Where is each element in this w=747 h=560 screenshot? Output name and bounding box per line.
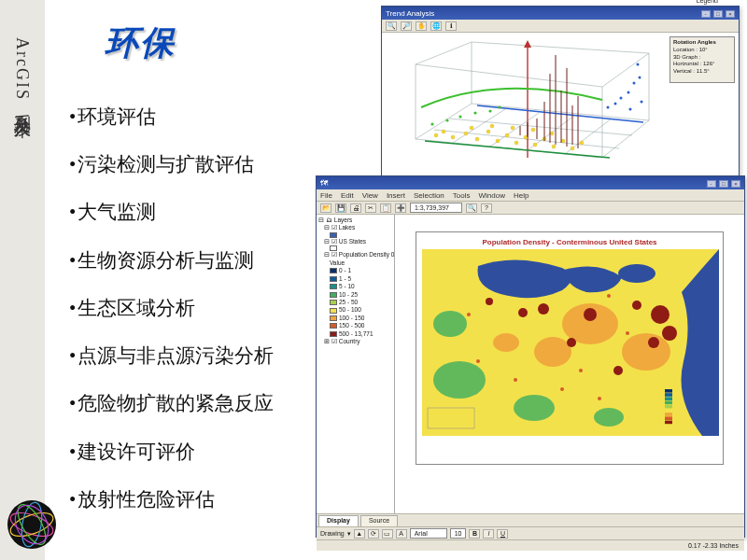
arcmap-titlebar[interactable]: 🗺 - □ × bbox=[317, 176, 744, 189]
underline-icon[interactable]: U bbox=[497, 529, 508, 539]
menu-tools[interactable]: Tools bbox=[453, 191, 471, 200]
toc-class-row[interactable]: 100 - 150 bbox=[318, 315, 392, 322]
toc-class-row[interactable]: 0 - 1 bbox=[318, 267, 392, 274]
bullet-item: 环境评估 bbox=[69, 93, 274, 141]
svg-point-85 bbox=[613, 366, 623, 375]
svg-point-65 bbox=[488, 109, 491, 112]
menu-window[interactable]: Window bbox=[479, 191, 505, 200]
bullet-item: 大气监测 bbox=[69, 189, 274, 236]
svg-point-66 bbox=[430, 122, 433, 125]
svg-rect-97 bbox=[665, 393, 672, 397]
svg-point-79 bbox=[662, 326, 677, 341]
svg-marker-11 bbox=[416, 42, 649, 87]
menu-help[interactable]: Help bbox=[514, 191, 529, 200]
svg-point-83 bbox=[518, 308, 528, 317]
close-button[interactable]: × bbox=[726, 10, 735, 18]
toc-class-row[interactable]: 500 - 13,771 bbox=[318, 330, 392, 338]
pan-icon[interactable]: ✋ bbox=[416, 21, 427, 31]
fontsize-select[interactable]: 10 bbox=[450, 528, 467, 539]
minimize-button[interactable]: - bbox=[701, 10, 711, 18]
info-icon[interactable]: ℹ bbox=[445, 21, 457, 31]
tab-display[interactable]: Display bbox=[318, 515, 359, 526]
save-icon[interactable]: 💾 bbox=[335, 203, 346, 213]
svg-point-47 bbox=[511, 126, 514, 130]
table-of-contents[interactable]: ⊟ 🗂 Layers ⊟ ☑ Lakes ⊟ ☑ US States ⊟ ☑ P… bbox=[317, 215, 395, 513]
toc-layer-country[interactable]: ⊞ ☑ Country bbox=[318, 338, 392, 345]
svg-point-48 bbox=[531, 128, 535, 132]
svg-point-62 bbox=[445, 119, 448, 121]
maximize-button[interactable]: □ bbox=[713, 10, 723, 18]
map-canvas[interactable]: Population Density - Conterminous United… bbox=[395, 215, 744, 513]
minimize-button[interactable]: - bbox=[707, 180, 716, 188]
sidebar: ArcGIS系列及技术 bbox=[0, 0, 45, 560]
swatch bbox=[330, 276, 337, 282]
maximize-button[interactable]: □ bbox=[719, 180, 728, 188]
arcmap-toolbar: 📂 💾 🖨 ✂ 📋 ➕ 1:3,739,397 🔍 ? bbox=[317, 202, 744, 215]
swatch bbox=[330, 268, 337, 273]
menu-insert[interactable]: Insert bbox=[387, 191, 405, 200]
toc-class-row[interactable]: 150 - 500 bbox=[318, 322, 392, 329]
menu-edit[interactable]: Edit bbox=[341, 191, 354, 200]
svg-line-17 bbox=[449, 119, 632, 135]
svg-point-43 bbox=[571, 147, 574, 150]
toc-root[interactable]: ⊟ 🗂 Layers bbox=[318, 217, 392, 224]
zoom-out-icon[interactable]: 🔎 bbox=[401, 21, 412, 31]
copy-icon[interactable]: 📋 bbox=[380, 203, 391, 213]
svg-rect-99 bbox=[665, 401, 672, 405]
pointer-icon[interactable]: ▲ bbox=[354, 529, 365, 539]
rotation-row: 3D Graph : bbox=[673, 54, 731, 62]
svg-point-35 bbox=[496, 139, 500, 143]
toc-layer-lakes[interactable]: ⊟ ☑ Lakes bbox=[318, 224, 392, 231]
scale-input[interactable]: 1:3,739,397 bbox=[410, 203, 462, 213]
trend-titlebar[interactable]: Trend Analysis - □ × bbox=[382, 7, 739, 20]
svg-point-88 bbox=[476, 359, 480, 363]
swatch bbox=[330, 300, 337, 305]
page-title: 环保 bbox=[105, 21, 176, 66]
toc-class-row[interactable]: 1 - 5 bbox=[318, 275, 392, 283]
toc-class-row[interactable]: 5 - 10 bbox=[318, 283, 392, 290]
open-icon[interactable]: 📂 bbox=[320, 203, 331, 213]
class-label: 150 - 500 bbox=[339, 322, 364, 329]
help-icon[interactable]: ? bbox=[481, 203, 492, 213]
cut-icon[interactable]: ✂ bbox=[365, 203, 376, 213]
zoom-in-icon[interactable]: 🔍 bbox=[386, 21, 397, 31]
italic-icon[interactable]: I bbox=[483, 529, 494, 539]
tab-source[interactable]: Source bbox=[360, 515, 398, 526]
swatch bbox=[330, 284, 337, 289]
shape-icon[interactable]: ▭ bbox=[382, 529, 393, 539]
menu-file[interactable]: File bbox=[320, 191, 332, 200]
sidebar-title: ArcGIS系列及技术 bbox=[11, 37, 34, 110]
svg-point-90 bbox=[560, 387, 564, 391]
svg-line-16 bbox=[434, 130, 619, 148]
font-select[interactable]: Arial bbox=[410, 528, 447, 539]
add-data-icon[interactable]: ➕ bbox=[395, 203, 406, 213]
menu-selection[interactable]: Selection bbox=[414, 191, 444, 200]
bullet-item: 污染检测与扩散评估 bbox=[69, 141, 274, 189]
print-icon[interactable]: 🖨 bbox=[350, 203, 361, 213]
toc-class-row[interactable]: 25 - 50 bbox=[318, 299, 392, 306]
toc-layer-popdens[interactable]: ⊟ ☑ Population Density 0 bbox=[318, 251, 392, 259]
svg-point-22 bbox=[620, 97, 623, 100]
svg-point-73 bbox=[594, 408, 624, 427]
svg-point-84 bbox=[567, 338, 576, 347]
svg-rect-103 bbox=[665, 416, 672, 420]
svg-point-89 bbox=[514, 378, 517, 382]
trend-body: Rotation Angles Location : 10° 3D Graph … bbox=[382, 33, 739, 176]
svg-rect-104 bbox=[665, 421, 672, 425]
bold-icon[interactable]: B bbox=[469, 529, 480, 539]
legend-label: Legend bbox=[695, 0, 720, 4]
toc-value-header: Value bbox=[318, 259, 392, 267]
toc-layer-states[interactable]: ⊟ ☑ US States bbox=[318, 238, 392, 245]
svg-point-42 bbox=[561, 139, 565, 143]
toc-class-row[interactable]: 10 - 25 bbox=[318, 291, 392, 299]
close-button[interactable]: × bbox=[731, 180, 740, 188]
svg-point-38 bbox=[524, 135, 528, 139]
text-icon[interactable]: A bbox=[396, 529, 407, 539]
menu-view[interactable]: View bbox=[362, 191, 378, 200]
zoom-in-icon[interactable]: 🔍 bbox=[466, 203, 477, 213]
globe-icon[interactable]: 🌐 bbox=[430, 21, 442, 31]
rotate-icon[interactable]: ⟳ bbox=[368, 529, 379, 539]
toc-class-row[interactable]: 50 - 100 bbox=[318, 306, 392, 314]
svg-point-76 bbox=[534, 337, 571, 367]
svg-point-31 bbox=[451, 135, 455, 139]
